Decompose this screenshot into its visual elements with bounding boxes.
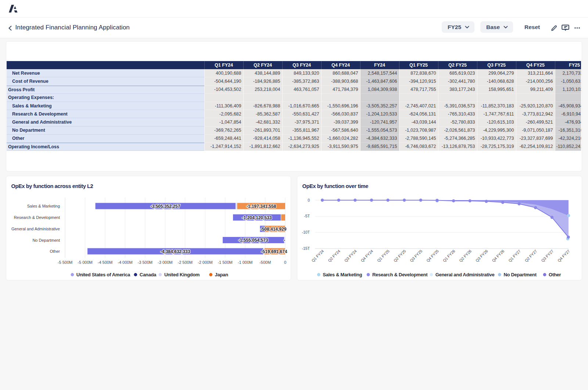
svg-text:-2 500M: -2 500M [178, 260, 193, 265]
svg-text:-3 000M: -3 000M [158, 260, 172, 265]
svg-text:Q3 FY25: Q3 FY25 [409, 249, 423, 263]
svg-text:-5 500M: -5 500M [58, 260, 72, 265]
svg-text:-500M: -500M [259, 260, 271, 265]
svg-text:0: 0 [308, 198, 310, 202]
svg-text:Q3 FY26: Q3 FY26 [475, 249, 489, 263]
svg-text:-5T: -5T [304, 214, 310, 218]
svg-text:Research & Development: Research & Development [372, 272, 428, 277]
svg-text:No Department: No Department [32, 238, 60, 242]
svg-text:-5 000M: -5 000M [78, 260, 92, 265]
svg-text:Q2 FY24: Q2 FY24 [327, 249, 341, 263]
svg-text:-1,197,341,558: -1,197,341,558 [247, 204, 276, 209]
svg-text:-4,384,632,333: -4,384,632,333 [161, 249, 190, 254]
svg-text:-1 000M: -1 000M [238, 260, 252, 265]
svg-text:General and Administrative: General and Administrative [435, 272, 495, 277]
svg-text:-2 000M: -2 000M [198, 260, 212, 265]
svg-text:-1,204,120,533: -1,204,120,533 [242, 215, 272, 220]
svg-text:Research & Development: Research & Development [14, 215, 60, 220]
svg-text:Q4 FY26: Q4 FY26 [491, 249, 505, 263]
svg-text:Q4 FY27: Q4 FY27 [557, 249, 571, 263]
svg-text:Canada: Canada [140, 272, 157, 277]
svg-text:-1 500M: -1 500M [218, 260, 232, 265]
svg-text:-4 000M: -4 000M [118, 260, 132, 265]
svg-text:-3,505,352,257: -3,505,352,257 [151, 204, 180, 209]
svg-text:Sales & Marketing: Sales & Marketing [27, 204, 60, 208]
svg-text:-519,691,674: -519,691,674 [261, 249, 287, 254]
svg-text:No Department: No Department [503, 272, 537, 277]
svg-text:Japan: Japan [215, 272, 228, 277]
svg-text:OpEx by function across entity: OpEx by function across entity L2 [11, 183, 93, 189]
svg-text:General and Administrative: General and Administrative [11, 227, 60, 231]
svg-text:Q1 FY27: Q1 FY27 [508, 249, 521, 263]
svg-text:Other: Other [549, 272, 561, 277]
svg-text:Q2 FY25: Q2 FY25 [392, 249, 406, 263]
svg-text:Q1 FY26: Q1 FY26 [442, 249, 456, 263]
svg-text:-: - [284, 238, 285, 243]
svg-text:Q3 FY24: Q3 FY24 [344, 249, 358, 263]
svg-text:-15T: -15T [302, 246, 310, 251]
svg-text:-3 500M: -3 500M [138, 260, 153, 265]
svg-text:Other: Other [50, 249, 60, 253]
svg-text:-10T: -10T [302, 230, 310, 234]
svg-text:Q4 FY24: Q4 FY24 [360, 249, 374, 263]
svg-text:Q2 FY26: Q2 FY26 [458, 249, 472, 263]
svg-text:Q3 FY27: Q3 FY27 [540, 249, 554, 263]
svg-text:-508,414,929: -508,414,929 [261, 227, 287, 232]
svg-text:United States of America: United States of America [76, 272, 130, 277]
svg-text:Q1 FY24: Q1 FY24 [311, 249, 325, 263]
svg-text:United Kingdom: United Kingdom [164, 272, 200, 277]
svg-text:Sales & Marketing: Sales & Marketing [323, 272, 362, 277]
svg-text:-1,555,054,573: -1,555,054,573 [239, 238, 268, 243]
svg-text:OpEx by function over time: OpEx by function over time [302, 183, 369, 189]
svg-text:Q4 FY25: Q4 FY25 [426, 249, 440, 263]
svg-text:Q1 FY25: Q1 FY25 [376, 249, 390, 263]
svg-text:Q2 FY27: Q2 FY27 [524, 249, 538, 263]
svg-text:0: 0 [284, 260, 286, 265]
svg-text:-4 500M: -4 500M [98, 260, 112, 265]
